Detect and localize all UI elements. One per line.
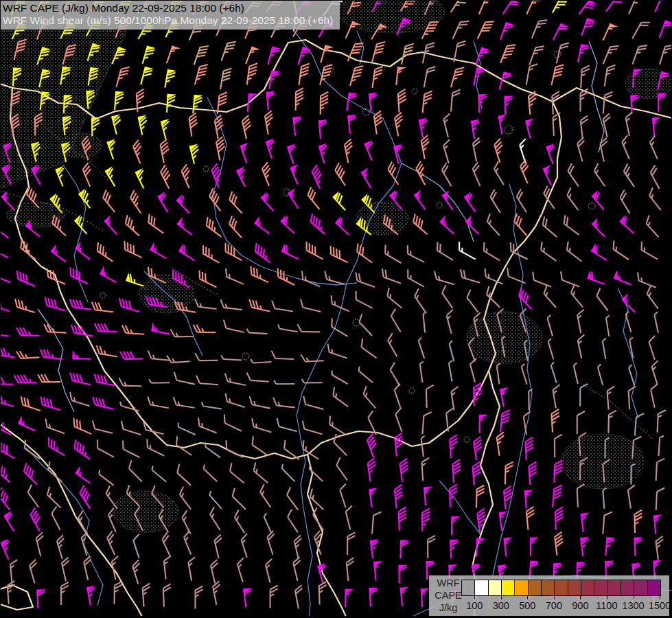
legend-tick-label: 1500 [649,600,671,611]
legend-tick-label: 300 [493,600,509,611]
title-line-2: WRF Wind shear (m/s) 500/1000hPa Monday … [3,14,333,27]
legend-color-cell [621,580,634,595]
legend-tick [474,595,475,599]
legend-color-bar [461,580,661,596]
legend-color-cell [634,580,647,595]
legend-color-cell [475,580,488,595]
legend-color-cell [515,580,528,595]
legend-tick-label: 100 [466,600,483,611]
legend-label-line: WRF [435,577,462,589]
map-canvas [0,0,672,618]
legend-color-cell [462,580,475,595]
legend-color-cell [542,580,555,595]
legend-tick-label: 1100 [596,600,617,611]
map-title-overlay: WRF CAPE (J/kg) Monday 22-09-2025 18:00 … [0,0,340,30]
legend-color-cell [568,580,581,595]
cape-legend: WRFCAPEJ/kg 100300500700900110013001500 [429,575,669,616]
legend-tick [607,595,607,599]
legend-tick-label: 900 [572,600,588,611]
legend-color-cell [529,580,542,595]
legend-tick [634,595,634,599]
legend-tick [580,595,581,599]
legend-color-cell [555,580,568,595]
legend-label: WRFCAPEJ/kg [435,577,462,614]
legend-tick-label: 700 [546,600,562,611]
weather-map: WRF CAPE (J/kg) Monday 22-09-2025 18:00 … [0,0,672,618]
legend-tick [660,595,660,599]
legend-tick [527,595,528,599]
legend-color-cell [502,580,515,595]
legend-label-line: J/kg [435,602,462,614]
legend-tick [501,595,502,599]
title-line-1: WRF CAPE (J/kg) Monday 22-09-2025 18:00 … [3,2,333,14]
legend-label-line: CAPE [435,589,462,602]
legend-color-cell [648,580,660,595]
legend-tick-label: 500 [519,600,535,611]
legend-color-cell [489,580,502,595]
legend-tick-label: 1300 [622,600,644,611]
legend-tick [554,595,555,599]
legend-color-cell [581,580,594,595]
legend-color-cell [594,580,607,595]
legend-color-cell [608,580,621,595]
